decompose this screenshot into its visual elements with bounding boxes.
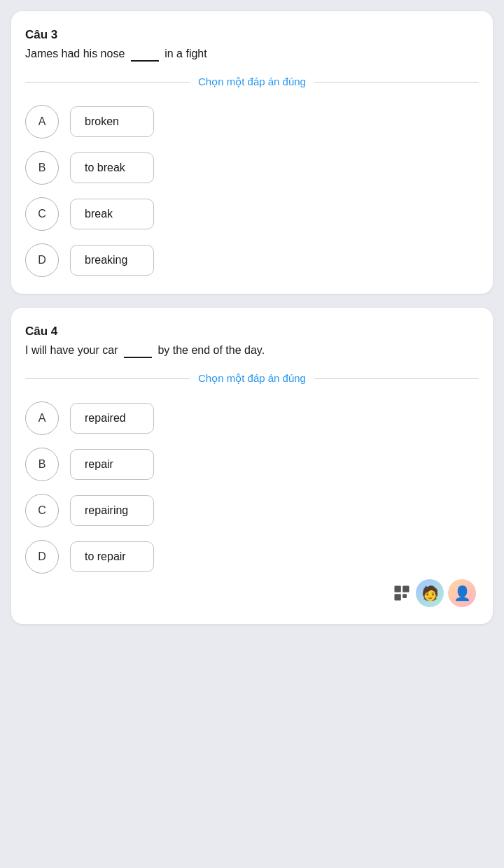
option-3-b-box: to break [70,152,154,183]
question-4-card: Câu 4 I will have your car by the end of… [11,308,493,624]
chooser-label-3: Chọn một đáp án đúng [190,76,314,88]
divider-line-left [25,82,190,83]
chooser-label-4: Chọn một đáp án đúng [190,372,314,385]
options-list-4: A repaired B repair C repairing D to rep… [25,401,479,574]
question-4-text: I will have your car by the end of the d… [25,344,479,358]
question-3-blank [131,48,159,62]
option-4-c-circle: C [25,494,59,527]
option-4-c[interactable]: C repairing [25,494,479,527]
option-3-c-box: break [70,199,154,229]
option-3-d-circle: D [25,243,59,277]
option-3-b-circle: B [25,151,59,185]
bottom-right-area: 🧑 👤 [25,574,479,607]
divider-4: Chọn một đáp án đúng [25,372,479,385]
divider-3: Chọn một đáp án đúng [25,76,479,88]
avatar[interactable]: 🧑 [416,579,444,607]
option-4-d[interactable]: D to repair [25,540,479,574]
option-3-a-circle: A [25,105,59,138]
options-list-3: A broken B to break C break D breaking [25,105,479,277]
option-3-d[interactable]: D breaking [25,243,479,277]
option-4-c-box: repairing [70,495,154,526]
option-3-a[interactable]: A broken [25,105,479,138]
divider-4-line-right [314,378,479,379]
option-3-c-circle: C [25,197,59,231]
option-4-a-box: repaired [70,403,154,434]
option-4-b-circle: B [25,448,59,481]
option-4-b-box: repair [70,449,154,480]
divider-line-right [314,82,479,83]
question-3-number: Câu 3 [25,28,479,42]
option-3-a-box: broken [70,106,154,137]
svg-rect-1 [402,586,409,592]
grid-icon[interactable] [392,583,412,603]
option-4-b[interactable]: B repair [25,448,479,481]
question-3-text: James had his nose in a fight [25,48,479,62]
svg-rect-0 [395,586,401,592]
svg-rect-2 [395,594,401,600]
option-3-d-box: breaking [70,245,154,276]
question-3-card: Câu 3 James had his nose in a fight Chọn… [11,11,493,294]
question-4-number: Câu 4 [25,325,479,339]
option-3-c[interactable]: C break [25,197,479,231]
option-4-a[interactable]: A repaired [25,401,479,435]
avatar-2[interactable]: 👤 [448,579,476,607]
question-4-blank [124,344,152,358]
option-4-d-box: to repair [70,541,154,572]
option-3-b[interactable]: B to break [25,151,479,185]
divider-4-line-left [25,378,190,379]
option-4-a-circle: A [25,401,59,435]
svg-rect-3 [402,594,407,598]
option-4-d-circle: D [25,540,59,574]
